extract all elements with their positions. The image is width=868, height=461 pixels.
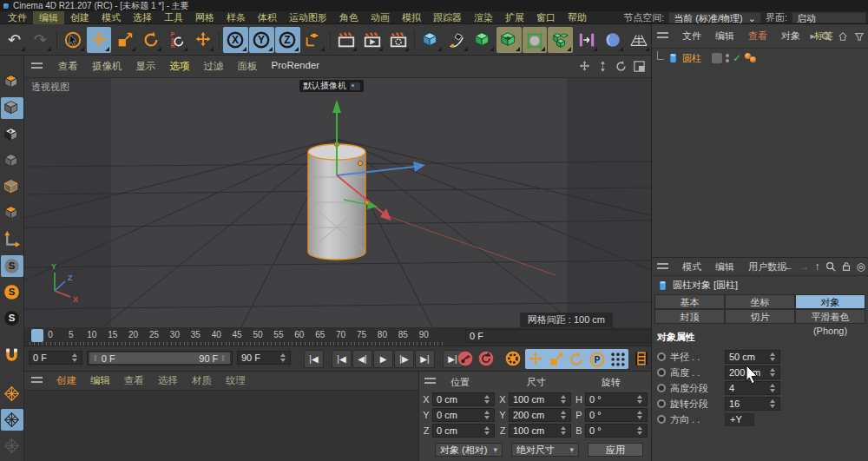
menu-角色[interactable]: 角色 [333,11,365,24]
spinner-icon[interactable] [71,351,78,365]
forward-icon[interactable]: → [799,260,810,273]
live-selection-button[interactable] [61,27,86,53]
viewport-menu-icon[interactable] [31,63,43,70]
menu-编辑[interactable]: 编辑 [33,11,64,24]
range-grip-left[interactable]: ‖ [94,354,98,363]
up-icon[interactable]: ↑ [815,260,820,273]
lock-y-axis-button[interactable]: Y [249,27,274,53]
layer-tag-icon[interactable] [712,53,722,63]
menu-模拟[interactable]: 模拟 [396,11,427,24]
camera-badge[interactable]: 默认摄像机 [299,80,364,92]
current-frame-field[interactable]: 0 F [29,351,82,365]
menu-选择[interactable]: 选择 [127,11,158,24]
viewport[interactable]: Y X Z 透视视图 默认摄像机 网格间距 : 100 cm [24,78,651,327]
keying-settings-button[interactable] [503,349,523,368]
mograph-button[interactable] [574,27,599,53]
position-X-field[interactable]: 0 cm [432,392,495,406]
lock-x-axis-button[interactable]: X [223,27,248,53]
tab-基本[interactable]: 基本 [654,294,725,309]
tab-平滑着色(Phong)[interactable]: 平滑着色(Phong) [795,309,865,324]
object-menu-文件[interactable]: 文件 [675,30,708,43]
size-Y-field[interactable]: 200 cm [509,408,571,422]
property-field-高度分段[interactable]: 4 [725,381,780,395]
workplane-magnet-button[interactable] [1,345,23,366]
autokeying-button[interactable] [477,349,496,368]
spinner-icon[interactable] [769,397,776,411]
make-editable-button[interactable] [1,71,23,93]
subdivision-surface-button[interactable] [470,27,496,53]
next-key-button[interactable]: ▶| [415,350,435,368]
menu-扩展[interactable]: 扩展 [499,11,530,24]
enable-snap-button[interactable]: S [1,281,23,303]
menu-样条[interactable]: 样条 [220,11,252,24]
spinner-icon[interactable] [769,350,776,364]
deformers-button[interactable] [523,27,548,53]
viewport-snap-button[interactable]: S [1,255,23,277]
menu-模式[interactable]: 模式 [95,11,127,24]
viewport-menu-摄像机[interactable]: 摄像机 [85,60,129,73]
lock-icon[interactable] [841,261,852,272]
menu-帮助[interactable]: 帮助 [562,11,593,24]
spinner-icon[interactable] [560,408,567,422]
model-mode-button[interactable] [1,97,23,119]
property-field-高度[interactable]: 200 cm [725,366,780,379]
object-manager-menu-icon[interactable] [657,32,668,40]
record-point-level-button[interactable] [608,350,628,369]
record-rotation-button[interactable] [567,350,586,369]
keyframe-radio-icon[interactable] [657,368,666,377]
move-global-button[interactable] [190,27,215,53]
visibility-dots-icon[interactable] [726,54,729,63]
edges-mode-button[interactable] [1,176,23,198]
viewport-menu-面板[interactable]: 面板 [231,60,265,73]
lock-z-axis-button[interactable]: Z [275,27,300,53]
menu-渲染[interactable]: 渲染 [468,11,499,24]
material-menu-编辑[interactable]: 编辑 [83,374,117,387]
home-icon[interactable] [838,31,848,42]
render-settings-button[interactable] [385,27,411,53]
viewport-menu-ProRender[interactable]: ProRender [265,60,327,73]
menu-运动图形[interactable]: 运动图形 [283,11,333,24]
spinner-icon[interactable] [636,408,643,422]
object-menu-对象[interactable]: 对象 [774,30,807,43]
spinner-icon[interactable] [483,392,490,406]
coordinates-menu-icon[interactable] [424,378,436,385]
range-grip-right[interactable]: ‖ [221,354,226,363]
timeline-ruler[interactable]: 051015202530354045505560657075808590 0 F [24,327,651,346]
menu-体积[interactable]: 体积 [252,11,283,24]
attribute-menu-icon[interactable] [657,263,668,271]
enabled-check-icon[interactable]: ✓ [733,52,741,64]
keyframe-radio-icon[interactable] [657,384,666,392]
end-frame-field[interactable]: 90 F [237,351,291,365]
viewport-zoom-icon[interactable] [596,60,609,75]
viewport-toggle-layout-icon[interactable] [633,60,646,75]
object-tree[interactable]: 圆柱 ✓ [652,49,868,257]
scale-tool-button[interactable] [112,27,137,53]
property-dropdown-方向[interactable]: +Y [725,413,754,426]
phong-tag-icon[interactable] [745,53,757,63]
expand-icon[interactable]: ▸ [810,30,815,42]
attribute-menu-编辑[interactable]: 编辑 [708,260,741,273]
polygons-mode-button[interactable] [1,202,23,224]
spinner-icon[interactable] [769,366,776,379]
prev-frame-button[interactable]: ◀| [352,350,372,368]
size-X-field[interactable]: 100 cm [509,392,571,406]
spinner-icon[interactable] [636,424,643,438]
spinner-icon[interactable] [769,381,776,395]
spinner-icon[interactable] [483,424,490,438]
rotation-P-field[interactable]: 0 ° [585,408,648,422]
material-menu-纹理[interactable]: 纹理 [219,374,253,387]
position-Y-field[interactable]: 0 cm [432,408,495,422]
menu-创建[interactable]: 创建 [64,11,95,24]
viewport-rotate-icon[interactable] [615,60,628,75]
tab-封顶[interactable]: 封顶 [654,309,725,324]
simulate-button[interactable] [600,27,625,53]
record-parameter-button[interactable]: P [588,350,607,369]
workplane-lock-button[interactable] [1,382,23,404]
render-view-button[interactable] [333,27,358,53]
spinner-icon[interactable] [483,408,490,422]
frame-field[interactable]: 0 F [465,329,670,343]
viewport-menu-过滤[interactable]: 过滤 [197,60,231,73]
menu-窗口[interactable]: 窗口 [530,11,562,24]
rotation-H-field[interactable]: 0 ° [585,392,648,406]
interface-select[interactable]: 启动 [792,12,866,23]
